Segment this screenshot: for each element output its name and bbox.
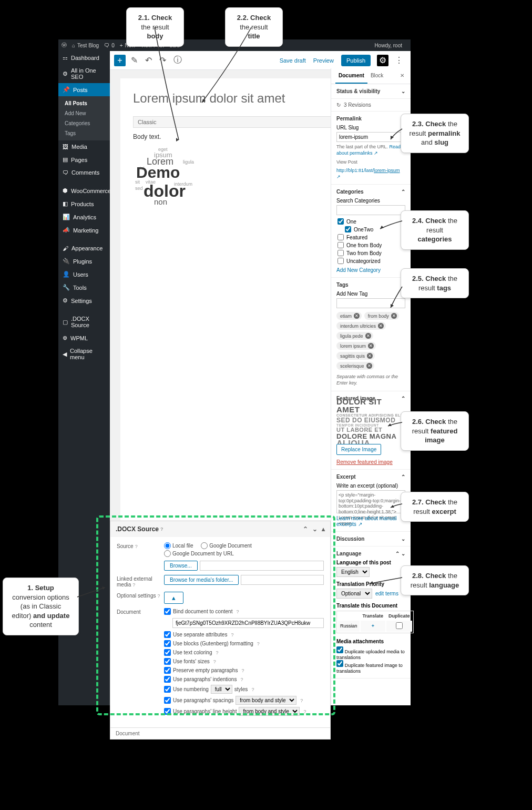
dup-media-checkbox[interactable]: [336, 646, 343, 653]
menu-collapse[interactable]: ◀ Collapse menu: [58, 345, 110, 363]
menu-appearance[interactable]: 🖌 Appearance: [58, 242, 110, 255]
source-gdoc-radio[interactable]: Google Document: [201, 542, 252, 549]
add-tag-input[interactable]: [336, 298, 405, 308]
menu-marketing[interactable]: 📣 Marketing: [58, 224, 110, 237]
preview-button[interactable]: Preview: [313, 57, 334, 64]
separate-attrs-checkbox[interactable]: [164, 631, 171, 638]
menu-tools[interactable]: 🔧 Tools: [58, 281, 110, 294]
font-sizes-checkbox[interactable]: [164, 658, 171, 665]
excerpt-panel-header[interactable]: Excerpt⌃: [336, 474, 405, 480]
edit-mode-icon[interactable]: ✎: [129, 54, 140, 66]
source-local-radio[interactable]: Local file: [164, 542, 193, 549]
tab-document[interactable]: Document: [335, 68, 367, 84]
remove-tag-icon[interactable]: ✕: [367, 353, 373, 359]
empty-paras-checkbox[interactable]: [164, 667, 171, 674]
file-path-input[interactable]: [200, 561, 324, 571]
category-uncategorized[interactable]: Uncategorized: [336, 258, 405, 264]
submenu-all-posts[interactable]: All Posts: [58, 98, 110, 108]
bind-doc-checkbox[interactable]: [164, 608, 171, 615]
submenu-tags[interactable]: Tags: [58, 128, 110, 138]
media-path-input[interactable]: [241, 575, 324, 585]
menu-users[interactable]: 👤 Users: [58, 268, 110, 281]
browse-file-button[interactable]: Browse...: [164, 561, 198, 571]
browse-media-button[interactable]: Browse for media's folder...: [164, 575, 239, 585]
status-panel-header[interactable]: Status & visibility⌄: [336, 88, 405, 94]
tag-chip[interactable]: interdum ultricies✕: [336, 322, 386, 330]
search-categories-input[interactable]: [336, 205, 405, 215]
translate-add-icon[interactable]: +: [361, 621, 386, 632]
revisions-link[interactable]: ↻ 3 Revisions: [331, 99, 411, 112]
use-blocks-checkbox[interactable]: [164, 640, 171, 647]
menu-dashboard[interactable]: ⚏ Dashboard: [58, 51, 110, 64]
menu-posts[interactable]: 📌 Posts: [58, 83, 110, 96]
lineheight-select[interactable]: from body and style: [239, 707, 300, 716]
howdy-user[interactable]: Howdy, root: [374, 43, 402, 48]
url-slug-input[interactable]: [336, 132, 405, 142]
category-one[interactable]: One: [336, 218, 405, 225]
category-featured[interactable]: Featured: [336, 234, 405, 240]
menu-aioseo[interactable]: ⚙ All in One SEO: [58, 64, 110, 83]
menu-woocommerce[interactable]: ⬢ WooCommerce: [58, 184, 110, 197]
tag-chip[interactable]: lorem ipsum✕: [336, 342, 376, 350]
featured-image-preview[interactable]: DOLOR SIT AMET CONSECTETUR ADIPISICING E…: [336, 404, 405, 441]
category-two-from-body[interactable]: Two from Body: [336, 250, 405, 256]
site-name[interactable]: ⌂ Test Blog: [72, 43, 99, 48]
permalink-url-link[interactable]: http://blp1:81/last/lorem-ipsum ↗: [336, 168, 400, 179]
settings-gear-icon[interactable]: ⚙: [377, 55, 388, 66]
panel-down-icon[interactable]: ⌄: [312, 525, 318, 533]
optional-settings-toggle[interactable]: ▴: [164, 592, 183, 604]
tab-block[interactable]: Block: [367, 68, 386, 84]
docx-panel-header[interactable]: .DOCX Source? ⌃⌄▴: [110, 521, 330, 537]
source-gurl-radio[interactable]: Google Document by URL: [164, 550, 234, 557]
remove-tag-icon[interactable]: ✕: [366, 363, 372, 369]
tag-chip[interactable]: ligula pede✕: [336, 332, 373, 340]
lineheight-checkbox[interactable]: [164, 708, 171, 715]
permalink-panel-header[interactable]: Permalink: [336, 116, 405, 122]
remove-tag-icon[interactable]: ✕: [368, 343, 374, 349]
undo-icon[interactable]: ↶: [143, 54, 154, 66]
excerpt-textarea[interactable]: <p style="margin-top:0pt;padding-top:0;m…: [336, 490, 405, 513]
menu-media[interactable]: 🖼 Media: [58, 140, 110, 153]
tags-panel-header[interactable]: Tags⌃: [336, 282, 405, 288]
remove-tag-icon[interactable]: ✕: [354, 313, 360, 319]
menu-comments[interactable]: 🗨 Comments: [58, 166, 110, 179]
doc-id-input[interactable]: [172, 618, 324, 628]
spacings-checkbox[interactable]: [164, 697, 171, 704]
tag-chip[interactable]: etiam✕: [336, 312, 362, 320]
close-inspector-icon[interactable]: ✕: [398, 68, 406, 84]
numbering-select[interactable]: full: [211, 685, 232, 694]
replace-image-button[interactable]: Replace Image: [336, 444, 381, 455]
submenu-categories[interactable]: Categories: [58, 118, 110, 128]
dup-featured-checkbox[interactable]: [336, 660, 343, 667]
menu-pages[interactable]: ▤ Pages: [58, 153, 110, 166]
menu-settings[interactable]: ⚙ Settings: [58, 294, 110, 307]
menu-docx-source[interactable]: ▢ .DOCX Source: [58, 312, 110, 331]
remove-featured-image-link[interactable]: Remove featured image: [336, 459, 393, 465]
add-block-button[interactable]: +: [114, 55, 126, 66]
category-one-from-body[interactable]: One from Body: [336, 242, 405, 248]
duplicate-checkbox[interactable]: [396, 622, 403, 629]
edit-terms-link[interactable]: edit terms: [375, 591, 398, 596]
comments-count[interactable]: 🗨 0: [104, 43, 115, 48]
info-icon[interactable]: ⓘ: [171, 54, 184, 67]
help-icon[interactable]: ?: [160, 526, 163, 532]
publish-button[interactable]: Publish: [341, 55, 371, 66]
add-category-link[interactable]: Add New Category: [336, 267, 381, 273]
wp-logo-icon[interactable]: ⓦ: [62, 42, 67, 49]
text-coloring-checkbox[interactable]: [164, 649, 171, 656]
panel-up-icon[interactable]: ⌃: [303, 525, 308, 533]
spacings-select[interactable]: from body and style: [236, 696, 296, 705]
panel-toggle-icon[interactable]: ▴: [322, 525, 325, 533]
menu-plugins[interactable]: 🔌 Plugins: [58, 255, 110, 268]
remove-tag-icon[interactable]: ✕: [391, 313, 397, 319]
categories-panel-header[interactable]: Categories⌃: [336, 189, 405, 195]
menu-wpml[interactable]: ⊕ WPML: [58, 331, 110, 345]
remove-tag-icon[interactable]: ✕: [378, 323, 384, 329]
priority-select[interactable]: Optional: [336, 589, 372, 599]
menu-analytics[interactable]: 📊 Analytics: [58, 210, 110, 224]
tag-chip[interactable]: from body✕: [364, 312, 399, 320]
discussion-panel-header[interactable]: Discussion⌄: [336, 536, 405, 542]
language-panel-header[interactable]: Language⌃ ⌄: [336, 551, 405, 556]
menu-products[interactable]: ◧ Products: [58, 197, 110, 210]
redo-icon[interactable]: ↷: [157, 54, 168, 66]
